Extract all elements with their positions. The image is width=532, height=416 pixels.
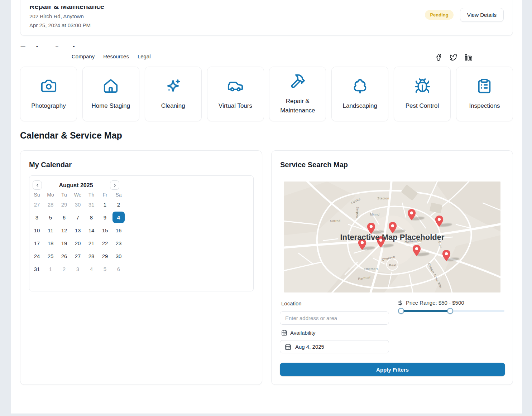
map-street-label: Sorrnd [330,219,340,223]
footer-link-legal[interactable]: Legal [138,53,151,59]
footer-link-company[interactable]: Company [72,53,95,59]
location-input[interactable] [280,311,389,325]
tree-icon [352,78,368,94]
map-pin[interactable] [442,250,451,262]
slider-min-thumb[interactable] [398,308,404,314]
twitter-icon [450,53,457,61]
calendar-day-23[interactable]: 23 [112,237,125,250]
calendar-day-13[interactable]: 13 [71,224,85,237]
map-pin[interactable] [407,209,416,221]
calendar-day-21[interactable]: 21 [85,237,98,250]
calendar-day-5[interactable]: 5 [98,262,112,275]
calendar-day-2[interactable]: 2 [57,262,71,275]
chevron-right-icon [112,183,118,188]
calendar-day-10[interactable]: 10 [30,224,44,237]
hammer-icon [289,73,306,90]
map-pin[interactable] [388,222,397,234]
footer-nav: CompanyResourcesLegal [72,53,151,59]
slider-active-track [401,310,450,312]
weekday-label: Fr [98,192,112,198]
apply-filters-button[interactable]: Apply Filters [280,363,505,376]
calendar-day-12[interactable]: 12 [57,224,71,237]
calendar-day-29[interactable]: 29 [98,250,112,262]
map-pin[interactable] [412,245,421,257]
service-card-cleaning[interactable]: Cleaning [145,67,202,121]
calendar-day-30[interactable]: 30 [112,250,125,262]
calendar-day-1[interactable]: 1 [98,198,112,211]
service-card-repair-maintenance[interactable]: Repair & Maintenance [269,67,326,121]
calendar-day-11[interactable]: 11 [44,224,57,237]
calendar-day-4-selected[interactable]: 4 [112,211,125,224]
view-details-button[interactable]: View Details [460,8,504,22]
service-card-landscaping[interactable]: Landscaping [331,67,388,121]
calendar-day-3[interactable]: 3 [71,262,85,275]
map-pin-icon [442,250,451,262]
calendar-day-16[interactable]: 16 [112,224,125,237]
calendar-day-31[interactable]: 31 [85,198,98,211]
service-card-virtual-tours[interactable]: Virtual Tours [207,67,264,121]
booking-card: Repair & Maintenance 202 Birch Rd, Anyto… [20,0,513,36]
linkedin-link[interactable] [464,53,473,62]
service-card-photography[interactable]: Photography [20,67,77,121]
calendar-day-25[interactable]: 25 [44,250,57,262]
calendar-icon [285,344,291,350]
calendar-prev-button[interactable] [33,180,42,190]
calendar-day-9[interactable]: 9 [98,211,112,224]
price-range-slider[interactable] [398,310,504,312]
service-card-label: Inspections [466,101,503,111]
calendar-day-7[interactable]: 7 [71,211,85,224]
calendar-day-1[interactable]: 1 [44,262,57,275]
facebook-link[interactable] [434,53,443,62]
calendar-day-4[interactable]: 4 [85,262,98,275]
service-card-label: Home Staging [88,101,133,111]
calendar-day-29[interactable]: 29 [57,198,71,211]
weekday-label: Su [30,192,44,198]
calendar-day-6[interactable]: 6 [112,262,125,275]
service-card-pest-control[interactable]: Pest Control [394,67,451,121]
service-card-inspections[interactable]: Inspections [456,67,513,121]
bug-icon [414,78,431,94]
service-card-label: Photography [28,101,69,111]
weekday-label: Mo [44,192,57,198]
calendar-widget: August 2025 SuMoTuWeThFrSa 2728293031123… [29,175,254,291]
calendar-day-27[interactable]: 27 [71,250,85,262]
page-title: Calendar & Service Map [20,130,122,141]
service-card-home-staging[interactable]: Home Staging [82,67,139,121]
map-panel-title: Service Search Map [280,161,348,169]
calendar-icon [281,330,287,336]
service-card-label: Pest Control [402,101,442,111]
twitter-link[interactable] [449,53,458,62]
calendar-day-18[interactable]: 18 [44,237,57,250]
footer-link-resources[interactable]: Resources [103,53,129,59]
slider-max-thumb[interactable] [447,308,453,314]
facebook-icon [435,53,442,61]
calendar-day-14[interactable]: 14 [85,224,98,237]
location-label: Location [281,300,302,306]
calendar-day-26[interactable]: 26 [57,250,71,262]
calendar-day-31[interactable]: 31 [30,262,44,275]
calendar-day-15[interactable]: 15 [98,224,112,237]
calendar-day-20[interactable]: 20 [71,237,85,250]
calendar-next-button[interactable] [110,180,119,190]
calendar-day-27[interactable]: 27 [30,198,44,211]
calendar-day-24[interactable]: 24 [30,250,44,262]
calendar-day-2[interactable]: 2 [112,198,125,211]
main-content: Repair & Maintenance 202 Birch Rd, Anyto… [11,0,522,413]
interactive-map[interactable]: Interactive Map Placeholder LiszkaSerpow… [284,182,500,292]
calendar-day-17[interactable]: 17 [30,237,44,250]
map-pin[interactable] [435,215,444,227]
availability-date-button[interactable]: Aug 4, 2025 [280,340,389,353]
calendar-day-30[interactable]: 30 [71,198,85,211]
calendar-day-5[interactable]: 5 [44,211,57,224]
calendar-day-6[interactable]: 6 [57,211,71,224]
map-street-label: Peat [389,263,396,267]
map-street-label: Minnd [370,213,380,216]
calendar-day-28[interactable]: 28 [44,198,57,211]
calendar-day-22[interactable]: 22 [98,237,112,250]
calendar-day-3[interactable]: 3 [30,211,44,224]
social-links [434,53,473,62]
calendar-day-28[interactable]: 28 [85,250,98,262]
calendar-panel-title: My Calendar [29,161,72,169]
calendar-day-19[interactable]: 19 [57,237,71,250]
calendar-day-8[interactable]: 8 [85,211,98,224]
